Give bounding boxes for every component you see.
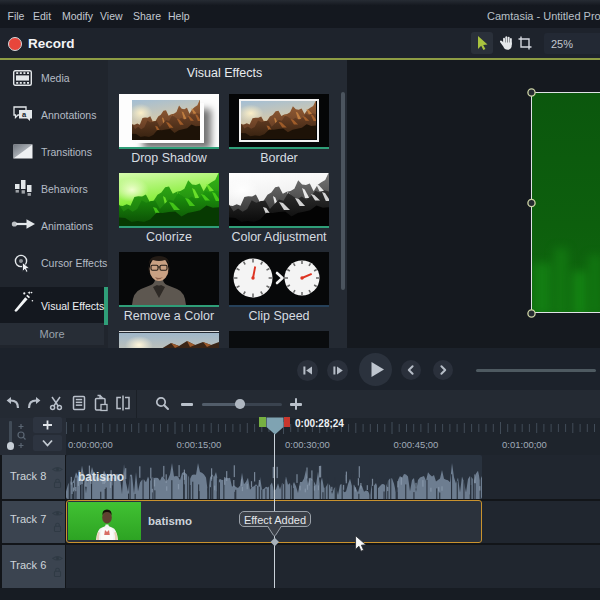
svg-text:0:01:00;00: 0:01:00;00: [502, 439, 547, 450]
svg-text:0:00:00;00: 0:00:00;00: [68, 439, 113, 450]
svg-text:0:00:15;00: 0:00:15;00: [177, 439, 222, 450]
svg-text:0:00:45;00: 0:00:45;00: [394, 439, 439, 450]
svg-text:0:00:30;00: 0:00:30;00: [285, 439, 330, 450]
